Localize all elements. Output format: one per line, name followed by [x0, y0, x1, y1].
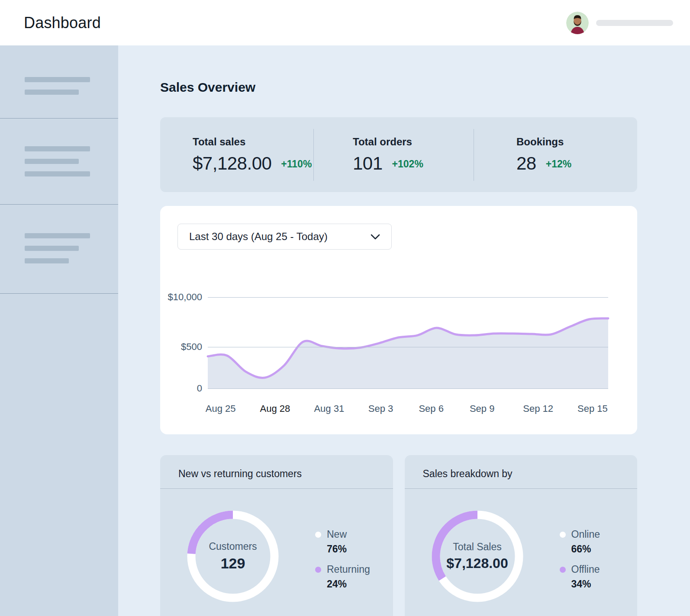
- sidebar-skeleton-bar: [25, 146, 90, 151]
- donut-center-value: 129: [221, 555, 245, 572]
- top-header: Dashboard: [0, 0, 690, 45]
- sidebar-skeleton-bar: [25, 171, 90, 176]
- sidebar-skeleton-bar: [25, 246, 79, 251]
- y-axis-label: $500: [181, 341, 202, 353]
- stat-total-sales: Total sales $7,128.00 +110%: [160, 117, 313, 192]
- y-axis-label: 0: [197, 383, 202, 394]
- gridline: [208, 388, 608, 389]
- card-title: Sales breakdown by: [405, 455, 638, 488]
- page-title: Sales Overview: [160, 80, 690, 95]
- dashboard-screen: Dashboard: [0, 0, 690, 616]
- stat-delta: +102%: [392, 158, 423, 170]
- legend-label: Returning: [327, 564, 370, 575]
- x-axis-labels: Aug 25Aug 28Aug 31Sep 3Sep 6Sep 9Sep 12S…: [208, 403, 608, 415]
- stat-delta: +110%: [281, 158, 312, 170]
- sidebar-group-1[interactable]: [0, 45, 118, 119]
- legend-item: Online66%: [560, 529, 600, 555]
- sales-line-chart: [208, 297, 608, 389]
- date-range-dropdown[interactable]: Last 30 days (Aug 25 - Today): [177, 224, 392, 250]
- legend-value: 76%: [327, 543, 370, 555]
- header-placeholder-bar: [596, 20, 673, 26]
- sales-chart-card: Last 30 days (Aug 25 - Today) $10,000$50…: [160, 206, 637, 434]
- legend-dot-icon: [560, 532, 566, 538]
- donut-center-label: Customers: [209, 541, 257, 552]
- stat-total-orders: Total orders 101 +102%: [314, 117, 474, 192]
- x-axis-label: Sep 15: [577, 403, 608, 414]
- donut-center-label: Total Sales: [453, 541, 502, 553]
- legend-label: New: [327, 529, 347, 540]
- x-axis-label: Sep 12: [523, 403, 553, 414]
- legend-label: Offline: [571, 564, 600, 575]
- sidebar-skeleton-bar: [25, 258, 69, 263]
- legend-item: Offline34%: [560, 564, 600, 590]
- sidebar-skeleton-bar: [25, 233, 90, 238]
- donut-center-value: $7,128.00: [446, 555, 508, 571]
- stat-bookings: Bookings 28 +12%: [474, 117, 637, 192]
- legend-item: Returning24%: [315, 564, 370, 590]
- x-axis-label: Sep 3: [368, 403, 393, 414]
- sidebar-group-2[interactable]: [0, 119, 118, 205]
- sidebar-nav: [0, 45, 118, 616]
- customers-card: New vs returning customers Customers 129: [160, 455, 393, 616]
- legend-dot-icon: [560, 567, 566, 573]
- card-title: New vs returning customers: [160, 455, 393, 488]
- breakdown-donut-chart: Total Sales $7,128.00: [432, 510, 523, 602]
- y-axis-label: $10,000: [168, 292, 202, 303]
- x-axis-label: Sep 6: [419, 403, 444, 414]
- chevron-down-icon: [371, 234, 380, 240]
- stat-label: Total sales: [193, 136, 313, 148]
- date-range-label: Last 30 days (Aug 25 - Today): [189, 231, 328, 243]
- user-avatar[interactable]: [566, 12, 589, 34]
- legend-item: New76%: [315, 529, 370, 555]
- stat-value: 101: [353, 153, 383, 174]
- legend-value: 66%: [571, 543, 600, 555]
- customers-legend: New76%Returning24%: [315, 529, 370, 602]
- x-axis-label: Sep 9: [470, 403, 495, 414]
- x-axis-label: Aug 31: [314, 403, 344, 414]
- stat-value: 28: [516, 153, 536, 174]
- stat-label: Total orders: [353, 136, 474, 148]
- sidebar-group-3[interactable]: [0, 205, 118, 294]
- app-body: Sales Overview Total sales $7,128.00 +11…: [0, 45, 690, 616]
- header-right: [566, 12, 673, 34]
- stats-summary-bar: Total sales $7,128.00 +110% Total orders…: [160, 117, 637, 192]
- sidebar-skeleton-bar: [25, 77, 90, 82]
- legend-dot-icon: [315, 567, 321, 573]
- stat-label: Bookings: [516, 136, 637, 148]
- legend-label: Online: [571, 529, 600, 540]
- legend-dot-icon: [315, 532, 321, 538]
- sales-breakdown-card: Sales breakdown by Total Sales $7,128.00: [405, 455, 638, 616]
- legend-value: 24%: [327, 578, 370, 590]
- customers-donut-chart: Customers 129: [187, 510, 279, 602]
- gridline: [208, 297, 608, 298]
- sidebar-skeleton-bar: [25, 90, 79, 95]
- sidebar-skeleton-bar: [25, 159, 79, 164]
- avatar-illustration: [566, 12, 589, 34]
- bottom-cards-row: New vs returning customers Customers 129: [160, 455, 637, 616]
- gridline: [208, 347, 608, 347]
- main-content: Sales Overview Total sales $7,128.00 +11…: [118, 45, 690, 616]
- stat-delta: +12%: [546, 158, 571, 170]
- stat-value: $7,128.00: [193, 153, 271, 174]
- legend-value: 34%: [571, 578, 600, 590]
- app-title: Dashboard: [24, 14, 101, 32]
- x-axis-label: Aug 25: [206, 403, 236, 414]
- x-axis-label: Aug 28: [260, 403, 290, 414]
- line-chart-plot: $10,000$5000: [208, 297, 608, 389]
- breakdown-legend: Online66%Offline34%: [560, 529, 600, 602]
